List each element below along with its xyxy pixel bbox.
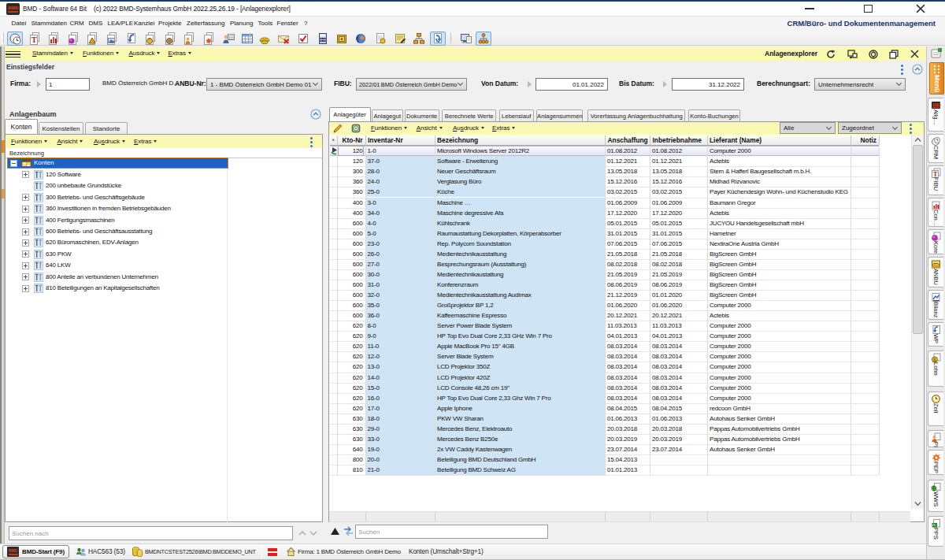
svg-text:T: T [32,35,37,44]
svg-text:BMD: BMD [932,103,941,107]
